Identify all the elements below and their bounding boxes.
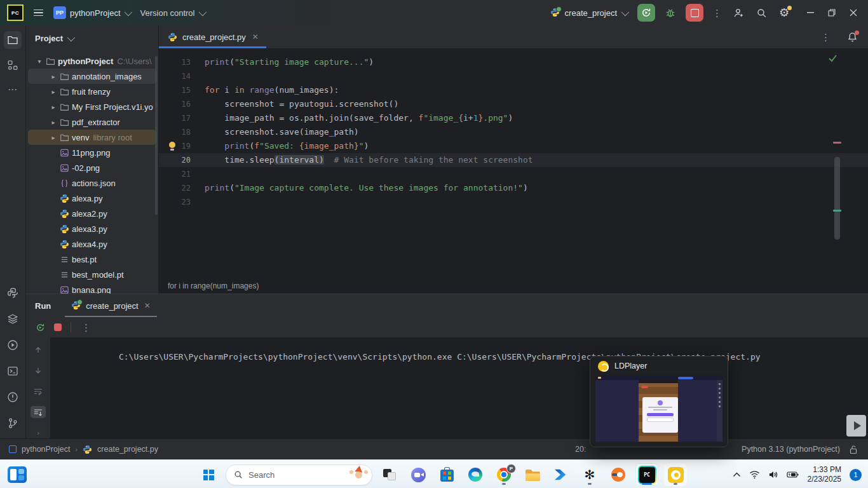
- notification-count-badge[interactable]: 1: [850, 469, 862, 481]
- floating-play-button[interactable]: [846, 415, 866, 437]
- tree-item-11png-png[interactable]: 11png.png: [28, 145, 156, 160]
- tree-item-best-model-pt[interactable]: best_model.pt: [28, 267, 156, 282]
- editor-options-icon[interactable]: ⋮: [820, 32, 832, 42]
- tree-chevron-icon[interactable]: ▸: [48, 119, 58, 126]
- ldplayer-window-thumbnail[interactable]: [595, 376, 722, 442]
- file-explorer-button[interactable]: [521, 463, 544, 486]
- code-line-19[interactable]: 19 print(f"Saved: {image_path}"): [159, 139, 868, 153]
- settings-button[interactable]: ⚙: [776, 5, 792, 20]
- code-line-17[interactable]: 17 image_path = os.path.join(save_folder…: [159, 111, 868, 125]
- expand-icon[interactable]: ›: [31, 426, 46, 439]
- widgets-button[interactable]: [8, 466, 27, 483]
- tree-chevron-icon[interactable]: ▸: [48, 73, 58, 80]
- breadcrumb[interactable]: for i in range(num_images): [159, 278, 868, 294]
- unlocked-icon[interactable]: [849, 445, 858, 454]
- tree-item-venv[interactable]: ▸venvlibrary root: [28, 130, 156, 145]
- power-automate-button[interactable]: [550, 463, 573, 486]
- problems-tool-button[interactable]: [4, 388, 22, 406]
- ldplayer-taskbar-button[interactable]: [664, 463, 687, 486]
- wifi-icon[interactable]: [749, 470, 760, 479]
- clock[interactable]: 1:33 PM 2/23/2025: [808, 465, 841, 484]
- code-line-23[interactable]: 23: [159, 195, 868, 209]
- code-line-22[interactable]: 22print("Image capture complete. Use the…: [159, 181, 868, 195]
- code-line-20[interactable]: 20 time.sleep(interval) # Wait before ta…: [159, 153, 868, 167]
- stop-icon[interactable]: [54, 323, 62, 331]
- code-line-13[interactable]: 13print("Starting image capture..."): [159, 55, 868, 69]
- restore-button[interactable]: [821, 0, 843, 25]
- rerun-icon[interactable]: [36, 323, 45, 332]
- hidden-icons-chevron[interactable]: [733, 472, 741, 477]
- tree-chevron-icon[interactable]: ▸: [48, 134, 58, 141]
- tree-item-pdf-extractor[interactable]: ▸pdf_extractor: [28, 114, 156, 130]
- version-control-widget[interactable]: Version control: [140, 8, 205, 18]
- status-file-name[interactable]: create_project.py: [97, 445, 158, 454]
- stop-button[interactable]: [686, 4, 703, 22]
- tree-chevron-icon[interactable]: ▸: [48, 88, 58, 95]
- minimize-button[interactable]: [799, 0, 821, 25]
- code-editor[interactable]: 13print("Starting image capture...")1415…: [159, 49, 868, 278]
- chatgpt-button[interactable]: ✻: [578, 463, 601, 486]
- start-button[interactable]: [197, 463, 220, 486]
- more-actions-icon[interactable]: ⋮: [711, 8, 723, 18]
- tree-item-annotation-images[interactable]: ▸annotation_images: [28, 69, 156, 84]
- close-tab-icon[interactable]: ✕: [252, 32, 259, 41]
- tree-item-alexa-py[interactable]: alexa.py: [28, 191, 156, 206]
- tree-item-bnana-png[interactable]: bnana.png: [28, 282, 156, 294]
- pycharm-taskbar-button[interactable]: PC: [635, 463, 658, 486]
- tree-item-my-first-project-v1i-yo[interactable]: ▸My First Project.v1i.yo: [28, 99, 156, 114]
- code-line-14[interactable]: 14: [159, 69, 868, 83]
- code-with-me-button[interactable]: [731, 5, 746, 20]
- close-button[interactable]: [843, 0, 864, 25]
- caret-position[interactable]: 20:: [575, 445, 586, 454]
- taskbar-search[interactable]: Search: [226, 464, 372, 485]
- tree-item-alexa2-py[interactable]: alexa2.py: [28, 206, 156, 221]
- battery-icon[interactable]: [787, 471, 799, 478]
- more-tool-windows-button[interactable]: ⋯: [4, 81, 22, 98]
- code-line-15[interactable]: 15for i in range(num_images):: [159, 83, 868, 97]
- python-packages-tool-button[interactable]: [4, 284, 22, 302]
- git-tool-button[interactable]: [4, 414, 22, 432]
- scroll-up-icon[interactable]: [31, 344, 46, 356]
- status-project-name[interactable]: pythonProject: [22, 445, 70, 454]
- notifications-button[interactable]: [847, 32, 858, 43]
- project-widget[interactable]: PP pythonProject: [53, 6, 130, 19]
- tree-item-actions-json[interactable]: actions.json: [28, 175, 156, 191]
- run-tool-button[interactable]: [4, 336, 22, 354]
- inspections-ok-icon[interactable]: [828, 54, 837, 64]
- tree-item-fruit-frenzy[interactable]: ▸fruit frenzy: [28, 84, 156, 99]
- tree-item--02-png[interactable]: -02.png: [28, 160, 156, 175]
- project-scrollbar[interactable]: [155, 56, 158, 215]
- code-line-21[interactable]: 21: [159, 167, 868, 181]
- scroll-to-end-icon[interactable]: [31, 406, 46, 419]
- scroll-down-icon[interactable]: [31, 365, 46, 377]
- tree-item-pythonproject[interactable]: ▾pythonProjectC:\Users\: [28, 53, 156, 69]
- tree-chevron-icon[interactable]: ▾: [34, 58, 44, 65]
- blender-button[interactable]: [607, 463, 630, 486]
- volume-icon[interactable]: [768, 470, 778, 479]
- terminal-tool-button[interactable]: [4, 362, 22, 380]
- task-view-button[interactable]: [378, 463, 401, 486]
- chevron-down-icon[interactable]: [67, 33, 76, 41]
- soft-wrap-icon[interactable]: [31, 385, 46, 398]
- edge-button[interactable]: [464, 463, 487, 486]
- tree-chevron-icon[interactable]: ▸: [48, 104, 58, 111]
- code-line-18[interactable]: 18 screenshot.save(image_path): [159, 125, 868, 139]
- editor-scrollbar[interactable]: [834, 157, 840, 240]
- code-line-16[interactable]: 16 screenshot = pyautogui.screenshot(): [159, 97, 868, 111]
- microsoft-store-button[interactable]: [435, 463, 458, 486]
- run-tab-create-project[interactable]: create_project ✕: [65, 294, 156, 317]
- interpreter-selector[interactable]: Python 3.13 (pythonProject): [742, 445, 840, 454]
- rerun-button[interactable]: [637, 4, 655, 22]
- tree-item-best-pt[interactable]: best.pt: [28, 252, 156, 267]
- project-tool-button[interactable]: [4, 31, 22, 49]
- tree-item-alexa4-py[interactable]: alexa4.py: [28, 236, 156, 252]
- chat-button[interactable]: [407, 463, 430, 486]
- tool-window-layout-icon[interactable]: [9, 445, 17, 453]
- run-console-output[interactable]: C:\Users\USER\PycharmProjects\pythonProj…: [50, 337, 868, 439]
- intention-bulb-icon[interactable]: [168, 142, 177, 151]
- tree-item-alexa3-py[interactable]: alexa3.py: [28, 221, 156, 236]
- main-menu-icon[interactable]: [34, 10, 43, 17]
- run-options-icon[interactable]: ⋮: [80, 323, 92, 332]
- close-tab-icon[interactable]: ✕: [144, 301, 151, 310]
- chrome-button[interactable]: P: [492, 463, 515, 486]
